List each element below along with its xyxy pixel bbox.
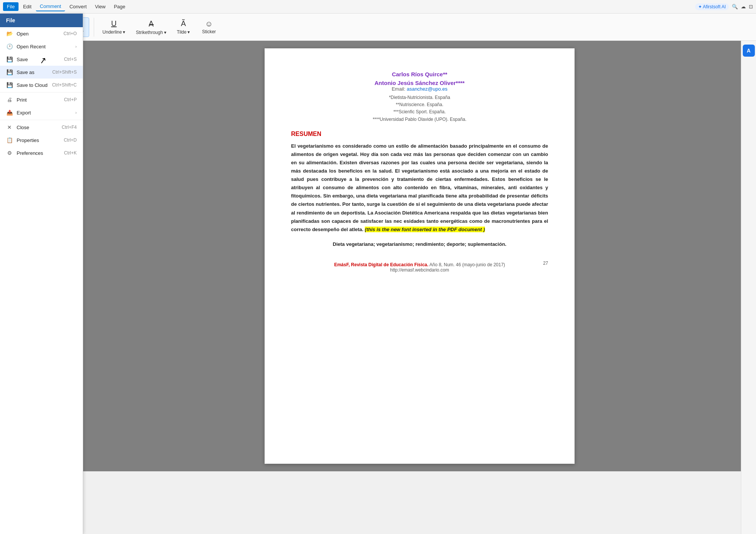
close-icon: ✕ xyxy=(6,124,13,130)
cloud-icon[interactable]: ☁ xyxy=(741,4,746,9)
tilde-dropdown-arrow: ▾ xyxy=(187,29,190,35)
abstract-text: El vegetarianismo es considerado como un… xyxy=(291,142,548,234)
preferences-shortcut: Ctrl+K xyxy=(64,150,77,156)
save-as-shortcut: Ctrl+Shift+S xyxy=(52,69,77,75)
menu-comment[interactable]: Comment xyxy=(36,2,65,11)
print-label: Print xyxy=(17,97,27,103)
first-author-name: Carlos Ríos Quirce** xyxy=(291,71,548,77)
menu-bar: File Edit Comment Convert View Page ✦ Af… xyxy=(0,0,756,14)
journal-url: http://emasf.webcindario.com xyxy=(390,267,449,273)
file-menu-divider-1 xyxy=(0,92,83,93)
underline-label-row: Underline ▾ xyxy=(102,29,125,35)
email-label: Email: xyxy=(392,86,405,92)
open-label: Open xyxy=(17,31,29,37)
open-recent-arrow: › xyxy=(75,44,77,49)
file-open-item[interactable]: 📂 Open Ctrl+O xyxy=(0,27,83,40)
underline-dropdown-arrow: ▾ xyxy=(123,29,125,35)
underline-label: Underline xyxy=(102,29,122,35)
file-save-cloud-item[interactable]: 💾 Save to Cloud Ctrl+Shift+C xyxy=(0,79,83,91)
ai-badge[interactable]: ✦ Afirstsoft AI xyxy=(695,3,729,10)
file-open-recent-item[interactable]: 🕐 Open Recent › xyxy=(0,40,83,53)
toolbar-divider-1 xyxy=(94,18,94,37)
tilde-label: Tilde xyxy=(177,29,187,35)
translate-button[interactable]: A xyxy=(743,45,755,57)
keywords: Dieta vegetariana; vegetarianismo; rendi… xyxy=(291,241,548,247)
page-number: 27 xyxy=(543,261,548,266)
pdf-second-author: Antonio Jesús Sánchez Oliver**** Email: … xyxy=(291,80,548,92)
affiliations: *Dietista-Nutricionista. España **Nutris… xyxy=(291,94,548,123)
preferences-label: Preferences xyxy=(17,150,43,156)
file-close-item[interactable]: ✕ Close Ctrl+F4 xyxy=(0,121,83,134)
window-icon[interactable]: ⊡ xyxy=(749,4,753,9)
save-label: Save xyxy=(17,57,28,62)
save-cloud-shortcut: Ctrl+Shift+C xyxy=(52,82,77,88)
tilde-icon: Ã xyxy=(181,19,186,28)
file-open-recent-left: 🕐 Open Recent xyxy=(6,43,46,49)
abstract-content: El vegetarianismo es considerado como un… xyxy=(291,143,548,232)
export-arrow: › xyxy=(75,110,77,115)
pdf-page: Carlos Ríos Quirce** Antonio Jesús Sánch… xyxy=(265,48,575,464)
file-save-item[interactable]: 💾 Save Ctrl+S xyxy=(0,53,83,66)
tilde-tool-button[interactable]: Ã Tilde ▾ xyxy=(173,17,194,37)
file-print-left: 🖨 Print xyxy=(6,97,27,103)
inserted-text: (this is the new font inserted in the PD… xyxy=(365,227,485,232)
open-icon: 📂 xyxy=(6,31,13,37)
file-save-cloud-left: 💾 Save to Cloud xyxy=(6,82,48,88)
menu-edit[interactable]: Edit xyxy=(19,2,35,11)
properties-shortcut: Ctrl+D xyxy=(64,137,77,143)
menu-convert[interactable]: Convert xyxy=(66,2,91,11)
file-save-left: 💾 Save xyxy=(6,56,28,62)
file-menu-divider-2 xyxy=(0,120,83,120)
print-shortcut: Ctrl+P xyxy=(64,97,77,102)
file-save-as-item[interactable]: 💾 Save as Ctrl+Shift+S xyxy=(0,66,83,79)
strikethrough-tool-button[interactable]: A̶ Strikethrough ▾ xyxy=(132,17,170,37)
sticker-icon: ☺ xyxy=(205,20,213,28)
open-shortcut: Ctrl+O xyxy=(64,31,77,36)
affiliation-3: ***Scienfic Sport. España. xyxy=(291,108,548,116)
save-as-icon: 💾 xyxy=(6,69,13,75)
save-shortcut: Ctrl+S xyxy=(64,57,77,62)
email-link[interactable]: asanchez@upo.es xyxy=(407,86,448,92)
file-print-item[interactable]: 🖨 Print Ctrl+P xyxy=(0,93,83,106)
journal-name: EmásF, Revista Digital de Educación Físi… xyxy=(334,262,428,267)
affiliation-4: ****Universidad Pablo Olavide (UPO). Esp… xyxy=(291,116,548,123)
export-icon: 📤 xyxy=(6,110,13,116)
file-export-item[interactable]: 📤 Export › xyxy=(0,106,83,119)
affiliation-1: *Dietista-Nutricionista. España xyxy=(291,94,548,101)
tilde-label-row: Tilde ▾ xyxy=(177,29,190,35)
footer-journal: EmásF, Revista Digital de Educación Físi… xyxy=(291,262,548,273)
save-as-label: Save as xyxy=(17,69,34,75)
pdf-area: Carlos Ríos Quirce** Antonio Jesús Sánch… xyxy=(83,41,756,471)
close-shortcut: Ctrl+F4 xyxy=(62,125,77,130)
pdf-first-author: Carlos Ríos Quirce** xyxy=(291,71,548,77)
open-recent-label: Open Recent xyxy=(17,44,46,49)
file-menu-header: File xyxy=(0,14,83,27)
strikethrough-icon: A̶ xyxy=(149,19,154,28)
save-cloud-icon: 💾 xyxy=(6,82,13,88)
properties-icon: 📋 xyxy=(6,137,13,143)
underline-tool-button[interactable]: U Underline ▾ xyxy=(99,17,129,37)
menu-view[interactable]: View xyxy=(91,2,109,11)
affiliation-2: **Nutriscience. España. xyxy=(291,101,548,108)
menu-right-area: ✦ Afirstsoft AI 🔍 ☁ ⊡ xyxy=(695,3,753,10)
strikethrough-dropdown-arrow: ▾ xyxy=(164,30,166,35)
strikethrough-label-row: Strikethrough ▾ xyxy=(136,30,166,35)
file-menu-overlay: File 📂 Open Ctrl+O 🕐 Open Recent › 💾 Sav… xyxy=(0,14,83,534)
toolbar: ✋ Hand ↖ Select ✏ Highlight ▾ U Underlin… xyxy=(0,14,756,41)
export-label: Export xyxy=(17,110,31,116)
file-open-left: 📂 Open xyxy=(6,31,29,37)
journal-rest: Año 8, Num. 46 (mayo-junio de 2017) xyxy=(429,262,505,267)
file-preferences-left: ⚙ Preferences xyxy=(6,150,43,156)
author-email: Email: asanchez@upo.es xyxy=(291,86,548,92)
properties-label: Properties xyxy=(17,137,39,143)
search-icon[interactable]: 🔍 xyxy=(732,4,738,9)
sticker-tool-button[interactable]: ☺ Sticker xyxy=(197,18,221,37)
file-properties-item[interactable]: 📋 Properties Ctrl+D xyxy=(0,134,83,147)
close-label: Close xyxy=(17,125,29,130)
file-save-as-left: 💾 Save as xyxy=(6,69,34,75)
file-export-left: 📤 Export xyxy=(6,110,31,116)
menu-page[interactable]: Page xyxy=(110,2,129,11)
menu-file[interactable]: File xyxy=(3,2,19,11)
file-preferences-item[interactable]: ⚙ Preferences Ctrl+K xyxy=(0,147,83,159)
save-icon: 💾 xyxy=(6,56,13,62)
